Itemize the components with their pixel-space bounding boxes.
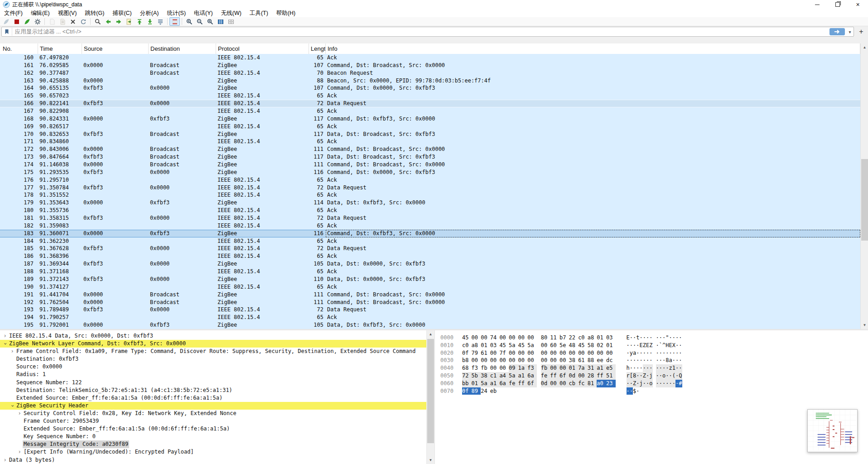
previous-packet-icon[interactable] [103, 17, 113, 26]
hex-ascii-char[interactable]: H [665, 342, 669, 349]
hex-byte[interactable]: 48 [569, 342, 579, 349]
add-filter-button[interactable]: + [856, 27, 867, 36]
hex-ascii-char[interactable]: · [656, 342, 659, 349]
hex-byte[interactable]: 03 [490, 342, 500, 349]
hex-byte[interactable]: 00 [499, 357, 509, 364]
packet-row[interactable]: 18691.368396IEEE 802.15.465Ack [0, 252, 860, 260]
hex-byte[interactable]: cb [569, 380, 579, 387]
hex-byte[interactable]: a1 [518, 372, 528, 380]
hex-ascii-char[interactable]: · [659, 372, 662, 380]
first-packet-icon[interactable] [134, 17, 145, 26]
packet-row[interactable]: 16590.657023IEEE 802.15.465Ack [0, 92, 860, 100]
packet-row[interactable]: 16790.822908IEEE 802.15.465Ack [0, 107, 860, 115]
tree-collapsed-icon[interactable]: › [16, 410, 23, 417]
packet-row[interactable]: 17791.3507840xfbf30x0000IEEE 802.15.472D… [0, 184, 860, 192]
hex-byte[interactable]: 6a [527, 372, 537, 380]
hex-ascii-char[interactable]: · [633, 364, 636, 372]
hex-byte[interactable]: 7a [578, 364, 588, 372]
hex-ascii-char[interactable]: o [662, 372, 665, 380]
hex-byte[interactable]: 00 [541, 342, 550, 349]
hex-ascii-char[interactable]: · [646, 372, 649, 380]
hex-byte[interactable]: 1a [518, 364, 528, 372]
hex-byte[interactable]: 00 [472, 334, 481, 342]
hex-byte[interactable]: 00 [509, 349, 518, 357]
hex-ascii-char[interactable]: · [627, 387, 630, 395]
tree-collapsed-icon[interactable]: › [9, 348, 15, 355]
colorize-packets-icon[interactable] [169, 17, 180, 26]
column-header-source[interactable]: Source [82, 44, 149, 54]
hex-byte[interactable]: fe [541, 372, 550, 380]
open-file-icon[interactable] [47, 17, 57, 26]
hex-byte[interactable]: 00 [481, 334, 490, 342]
hex-byte[interactable]: 5b [472, 372, 481, 380]
packet-row[interactable]: 19291.7625040x0000BroadcastZigBee111Comm… [0, 299, 860, 306]
hex-byte[interactable]: 5e [559, 342, 569, 349]
hex-ascii-char[interactable]: 8 [665, 357, 669, 364]
hex-ascii-char[interactable]: · [636, 349, 639, 357]
hex-byte[interactable]: a0 [597, 380, 606, 387]
reload-file-icon[interactable] [78, 17, 88, 26]
menu-item[interactable]: 文件(F) [0, 9, 27, 18]
hex-ascii-char[interactable]: · [675, 334, 679, 342]
column-header-length[interactable]: Lengt [309, 44, 326, 54]
hex-ascii-char[interactable]: · [643, 334, 646, 342]
hex-byte[interactable]: ff [550, 372, 559, 380]
packet-row[interactable]: 17090.8326530xfbf3BroadcastZigBee117Data… [0, 130, 860, 138]
hex-ascii-char[interactable]: E [627, 334, 630, 342]
packet-row[interactable]: 17390.8476640xfbf3BroadcastZigBee117Data… [0, 153, 860, 161]
tree-expanded-icon[interactable]: › [1, 341, 9, 347]
hex-ascii-char[interactable]: · [659, 380, 662, 387]
hex-ascii-char[interactable]: · [659, 357, 662, 364]
hex-ascii-char[interactable]: 1 [672, 364, 675, 372]
hex-ascii-char[interactable]: · [662, 349, 665, 357]
hex-byte[interactable]: 00 [527, 334, 537, 342]
hex-ascii-char[interactable]: y [630, 349, 633, 357]
detail-line[interactable]: ›Security Control Field: 0x28, Key Id: N… [0, 410, 426, 417]
hex-byte[interactable]: a1 [597, 364, 606, 372]
hex-ascii-char[interactable]: Z [643, 342, 646, 349]
packet-row[interactable]: 16067.497820IEEE 802.15.465Ack [0, 54, 860, 62]
hex-ascii-char[interactable]: · [636, 387, 639, 395]
stop-capture-icon[interactable] [11, 17, 22, 26]
close-file-icon[interactable] [68, 17, 78, 26]
hex-ascii-char[interactable]: · [627, 349, 630, 357]
hex-ascii-char[interactable]: · [672, 349, 675, 357]
layout-columns-icon[interactable] [226, 17, 236, 26]
packet-row[interactable]: 18191.3583150xfbf30x0000IEEE 802.15.472D… [0, 214, 860, 222]
hex-byte[interactable]: 28 [588, 372, 597, 380]
resize-columns-icon[interactable] [215, 17, 226, 26]
hex-byte[interactable]: 00 [550, 349, 559, 357]
hex-byte[interactable]: 00 [588, 349, 597, 357]
hex-ascii-char[interactable]: r [627, 372, 630, 380]
hex-byte[interactable]: 00 [541, 357, 550, 364]
hex-ascii-char[interactable]: a [633, 349, 636, 357]
hex-ascii-char[interactable]: · [646, 380, 649, 387]
hex-byte[interactable]: 03 [606, 334, 616, 342]
hex-byte[interactable]: c0 [578, 334, 588, 342]
packet-row[interactable]: 16690.8221410xfbf30x0000IEEE 802.15.472D… [0, 100, 860, 107]
hex-byte[interactable]: 0f [462, 349, 472, 357]
hex-ascii-char[interactable]: E [669, 342, 672, 349]
hex-ascii-char[interactable]: Z [649, 342, 652, 349]
hex-byte[interactable]: 01 [569, 364, 579, 372]
hex-ascii-char[interactable]: Z [633, 380, 636, 387]
hex-byte[interactable]: 00 [472, 357, 481, 364]
packet-row[interactable]: 18491.362230IEEE 802.15.465Ack [0, 237, 860, 245]
hex-byte[interactable]: 0d [569, 372, 579, 380]
packet-row[interactable]: 18791.3693440xfbf30x0000ZigBee105Data, D… [0, 260, 860, 268]
hex-byte[interactable]: 31 [588, 364, 597, 372]
hex-byte[interactable]: 7f [499, 349, 509, 357]
hex-ascii-char[interactable]: · [643, 349, 646, 357]
hex-ascii-char[interactable]: · [659, 364, 662, 372]
packet-row[interactable]: 17290.8430060x0000BroadcastZigBee111Comm… [0, 145, 860, 153]
hex-byte[interactable]: 72 [462, 372, 472, 380]
hex-ascii-char[interactable]: Z [643, 372, 646, 380]
hex-byte[interactable]: bb [462, 380, 472, 387]
hex-byte[interactable]: 09 [509, 364, 518, 372]
packet-row[interactable]: 16176.0295850x0000BroadcastZigBee107Comm… [0, 62, 860, 69]
display-filter-input[interactable] [12, 29, 829, 35]
packet-row[interactable]: 17891.351552IEEE 802.15.465Ack [0, 191, 860, 199]
hex-ascii-char[interactable]: · [630, 357, 633, 364]
hex-ascii-char[interactable]: · [662, 364, 665, 372]
hex-byte[interactable]: 00 [499, 364, 509, 372]
